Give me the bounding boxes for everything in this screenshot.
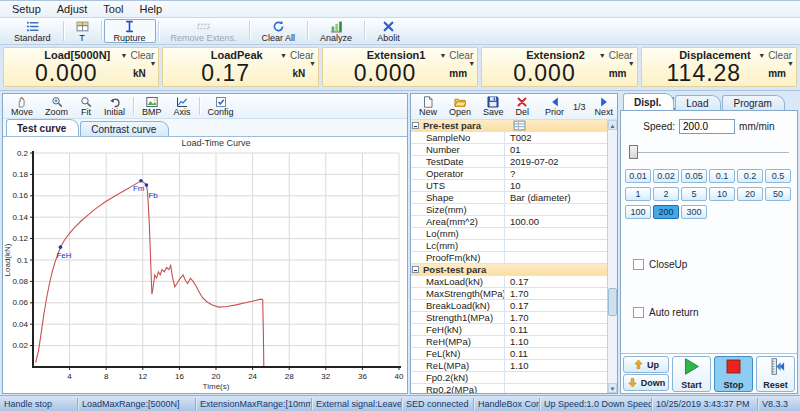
collapse-icon[interactable] xyxy=(412,266,419,273)
toolbar-button-remove-extens[interactable]: Remove Extens. xyxy=(161,19,247,43)
chart-tool-initial[interactable]: Initial xyxy=(98,94,131,118)
speed-button-0.01[interactable]: 0.01 xyxy=(625,169,651,183)
params-tool-prior[interactable]: Prior xyxy=(539,94,570,119)
speed-button-0.5[interactable]: 0.5 xyxy=(765,169,791,183)
chevron-down-icon[interactable]: ▼ xyxy=(309,60,316,67)
param-row[interactable]: ProofFm(kN) xyxy=(411,252,607,264)
param-row[interactable]: Number01 xyxy=(411,144,607,156)
speed-button-200[interactable]: 200 xyxy=(653,205,679,219)
param-row[interactable]: MaxLoad(kN)0.17 xyxy=(411,276,607,288)
param-row[interactable]: TestDate2019-07-02 xyxy=(411,156,607,168)
menu-setup[interactable]: Setup xyxy=(4,2,49,16)
param-row[interactable]: UTS10 xyxy=(411,180,607,192)
param-row[interactable]: Fp0.2(kN) xyxy=(411,372,607,384)
meter-unit[interactable]: ▼mm xyxy=(762,68,792,79)
auto-return-checkbox[interactable]: Auto return xyxy=(633,307,698,318)
param-row[interactable]: MaxStrength(MPa)1.70 xyxy=(411,288,607,300)
start-button[interactable]: Start xyxy=(672,356,711,392)
speed-button-0.05[interactable]: 0.05 xyxy=(681,169,707,183)
speed-button-2[interactable]: 2 xyxy=(653,187,679,201)
tab-load[interactable]: Load xyxy=(675,95,721,110)
param-row[interactable]: FeH(kN)0.11 xyxy=(411,324,607,336)
params-tool-next[interactable]: Next xyxy=(589,94,620,119)
params-tool-open[interactable]: Open xyxy=(443,94,477,119)
chevron-down-icon[interactable]: ▼ xyxy=(280,52,287,59)
speed-input[interactable] xyxy=(679,119,735,134)
chevron-down-icon[interactable]: ▼ xyxy=(149,60,156,67)
up-button[interactable]: Up xyxy=(623,356,669,373)
tab-contrast-curve[interactable]: Contrast curve xyxy=(80,121,169,136)
speed-button-0.2[interactable]: 0.2 xyxy=(737,169,763,183)
toolbar-button-analyze[interactable]: Analyze xyxy=(310,19,362,43)
param-row[interactable]: ReL(MPa)1.10 xyxy=(411,360,607,372)
params-tool-new[interactable]: New xyxy=(413,94,443,119)
param-group-row[interactable]: Pre-test para xyxy=(411,120,607,132)
toolbar-button-standard[interactable]: Standard xyxy=(4,19,61,43)
param-row[interactable]: ReH(MPa)1.10 xyxy=(411,336,607,348)
chevron-down-icon[interactable]: ▼ xyxy=(121,52,128,59)
meter-unit[interactable]: ▼mm xyxy=(443,68,473,79)
params-tool-save[interactable]: Save xyxy=(477,94,510,119)
checkbox-box-icon[interactable] xyxy=(633,307,644,318)
stop-button[interactable]: Stop xyxy=(714,356,753,392)
speed-button-0.02[interactable]: 0.02 xyxy=(653,169,679,183)
menu-tool[interactable]: Tool xyxy=(95,2,131,16)
chevron-down-icon[interactable]: ▼ xyxy=(439,52,446,59)
checkbox-box-icon[interactable] xyxy=(633,259,644,270)
chart-tool-config[interactable]: Config xyxy=(202,94,240,118)
meter-unit[interactable]: ▼kN xyxy=(284,68,314,79)
chevron-down-icon[interactable]: ▼ xyxy=(758,52,765,59)
collapse-icon[interactable] xyxy=(412,122,419,129)
meter-unit[interactable]: ▼kN xyxy=(124,68,154,79)
meter-unit[interactable]: ▼mm xyxy=(603,68,633,79)
scroll-down-icon[interactable]: ▼ xyxy=(608,383,617,393)
param-row[interactable]: Lc(mm) xyxy=(411,240,607,252)
chart-tool-fit[interactable]: Fit xyxy=(74,94,98,118)
toolbar-button-abolit[interactable]: Abolit xyxy=(367,19,410,43)
param-row[interactable]: Size(mm) xyxy=(411,204,607,216)
param-row[interactable]: Lo(mm) xyxy=(411,228,607,240)
param-row[interactable]: Rp0.2(MPa) xyxy=(411,384,607,393)
down-button[interactable]: Down xyxy=(623,374,669,391)
chart-tool-zoom[interactable]: Zoom xyxy=(39,94,74,118)
param-row[interactable]: ShapeBar (diameter) xyxy=(411,192,607,204)
param-row[interactable]: Area(mm^2)100.00 xyxy=(411,216,607,228)
speed-button-50[interactable]: 50 xyxy=(765,187,791,201)
param-row[interactable]: Strength1(MPa)1.70 xyxy=(411,312,607,324)
params-scrollbar[interactable]: ▲ ▼ xyxy=(607,120,617,393)
speed-button-1[interactable]: 1 xyxy=(625,187,651,201)
chevron-down-icon[interactable]: ▼ xyxy=(787,60,794,67)
closeup-checkbox[interactable]: CloseUp xyxy=(633,259,687,270)
speed-button-10[interactable]: 10 xyxy=(709,187,735,201)
params-tool-del[interactable]: Del xyxy=(510,94,536,119)
speed-button-20[interactable]: 20 xyxy=(737,187,763,201)
speed-slider[interactable] xyxy=(629,145,789,159)
chevron-down-icon[interactable]: ▼ xyxy=(628,60,635,67)
chart-tool-axis[interactable]: Axis xyxy=(168,94,197,118)
param-row[interactable]: Operator? xyxy=(411,168,607,180)
toolbar-button-t[interactable]: T xyxy=(66,19,99,43)
menu-adjust[interactable]: Adjust xyxy=(49,2,96,16)
speed-button-300[interactable]: 300 xyxy=(681,205,707,219)
param-row[interactable]: BreakLoad(kN)0.17 xyxy=(411,300,607,312)
slider-thumb[interactable] xyxy=(629,145,638,159)
param-group-row[interactable]: Post-test para xyxy=(411,264,607,276)
toolbar-button-rupture[interactable]: Rupture xyxy=(104,19,156,43)
tab-program[interactable]: Program xyxy=(722,95,784,110)
chart-tool-bmp[interactable]: BMP xyxy=(136,94,168,118)
scrollbar-thumb[interactable] xyxy=(608,288,617,316)
chart-tool-move[interactable]: Move xyxy=(5,94,39,118)
reset-button[interactable]: Reset xyxy=(756,356,795,392)
toolbar-button-clear-all[interactable]: Clear All xyxy=(252,19,306,43)
menu-help[interactable]: Help xyxy=(132,2,171,16)
chevron-down-icon[interactable]: ▼ xyxy=(599,52,606,59)
chevron-down-icon[interactable]: ▼ xyxy=(468,60,475,67)
speed-button-0.1[interactable]: 0.1 xyxy=(709,169,735,183)
param-row[interactable]: SampleNoT002 xyxy=(411,132,607,144)
scroll-up-icon[interactable]: ▲ xyxy=(608,120,617,130)
param-row[interactable]: FeL(kN)0.11 xyxy=(411,348,607,360)
speed-button-100[interactable]: 100 xyxy=(625,205,651,219)
speed-button-5[interactable]: 5 xyxy=(681,187,707,201)
tab-displ[interactable]: Displ. xyxy=(623,93,674,110)
tab-test-curve[interactable]: Test curve xyxy=(6,119,79,136)
